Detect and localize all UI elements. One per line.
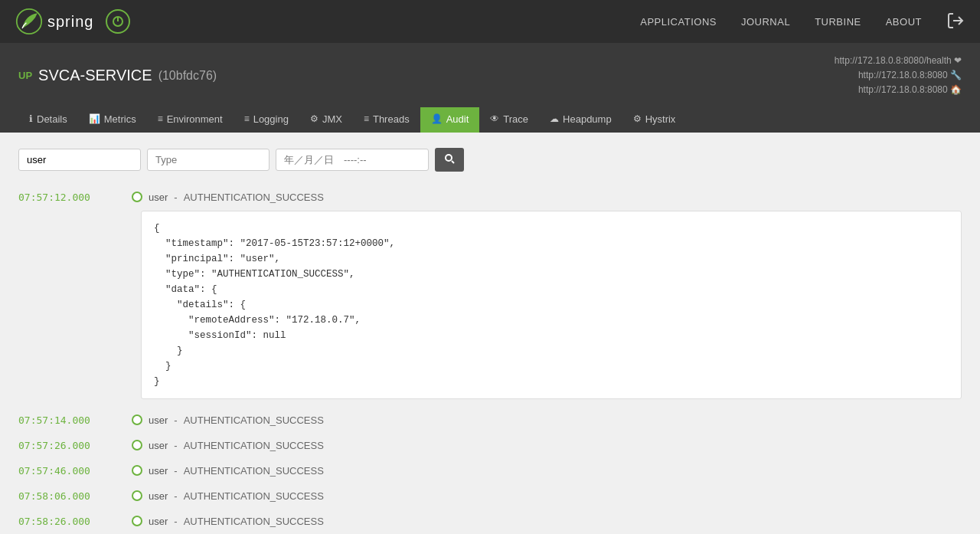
- power-svg: [111, 15, 125, 28]
- nav-turbine[interactable]: TURBINE: [815, 16, 861, 28]
- svg-point-4: [446, 155, 452, 161]
- entry-timestamp: 07:57:14.000: [18, 414, 126, 426]
- type-filter-input[interactable]: [147, 149, 270, 171]
- health-icon: ❤: [954, 55, 962, 66]
- search-button[interactable]: [435, 148, 464, 172]
- entry-principal: user: [149, 414, 168, 426]
- entry-separator: -: [174, 516, 177, 527]
- entry-dot: [132, 192, 142, 202]
- entry-dot: [132, 490, 142, 501]
- entry-dot: [132, 465, 142, 476]
- entry-type: AUTHENTICATION_SUCCESS: [184, 414, 324, 426]
- entry-type: AUTHENTICATION_SUCCESS: [184, 490, 324, 502]
- audit-entries-list: 07:57:12.000 user - AUTHENTICATION_SUCCE…: [18, 187, 962, 534]
- audit-entry: 07:58:26.000 user - AUTHENTICATION_SUCCE…: [18, 511, 962, 532]
- entry-timestamp: 07:57:12.000: [18, 192, 126, 203]
- entry-principal: user: [149, 516, 168, 527]
- tab-bar: ℹDetails 📊Metrics ≡Environment ≡Logging …: [18, 107, 962, 133]
- log-icon: ≡: [244, 113, 250, 124]
- info-icon: ℹ: [29, 113, 33, 124]
- jmx-icon: ⚙: [310, 113, 318, 124]
- entry-dot: [132, 516, 142, 526]
- entry-separator: -: [174, 440, 177, 451]
- json-detail: { "timestamp": "2017-05-15T23:57:12+0000…: [141, 211, 962, 399]
- trace-icon: 👁: [490, 113, 499, 124]
- tab-audit[interactable]: 👤Audit: [420, 107, 480, 133]
- tab-metrics[interactable]: 📊Metrics: [78, 107, 147, 133]
- health-link[interactable]: http://172.18.0.8:8080/health ❤: [835, 54, 962, 68]
- filter-bar: [18, 148, 554, 172]
- nav-links: APPLICATIONS JOURNAL TURBINE ABOUT: [640, 11, 965, 32]
- svg-line-5: [452, 161, 454, 163]
- status-badge: UP: [18, 70, 32, 81]
- power-icon: [106, 9, 130, 34]
- home-link[interactable]: http://172.18.0.8:8080 🏠: [835, 83, 962, 97]
- entry-timestamp: 07:57:26.000: [18, 440, 126, 451]
- service-header: UP SVCA-SERVICE (10bfdc76) http://172.18…: [0, 43, 980, 133]
- entry-timestamp: 07:57:46.000: [18, 465, 126, 477]
- entry-principal: user: [149, 465, 168, 477]
- entry-timestamp: 07:58:26.000: [18, 516, 126, 527]
- entry-dot: [132, 440, 142, 450]
- audit-entry: 07:58:06.000 user - AUTHENTICATION_SUCCE…: [18, 486, 962, 506]
- tab-heapdump[interactable]: ☁Heapdump: [539, 107, 622, 133]
- top-navigation: spring APPLICATIONS JOURNAL TURBINE ABOU…: [0, 0, 980, 43]
- audit-icon: 👤: [431, 113, 443, 124]
- audit-entry: 07:57:12.000 user - AUTHENTICATION_SUCCE…: [18, 187, 962, 405]
- entry-separator: -: [174, 465, 177, 477]
- entry-principal: user: [149, 440, 168, 451]
- home-icon: 🏠: [950, 84, 962, 95]
- hystrix-icon: ⚙: [633, 113, 642, 124]
- audit-entry: 07:57:26.000 user - AUTHENTICATION_SUCCE…: [18, 435, 962, 456]
- env-icon: ≡: [158, 113, 163, 124]
- principal-filter-input[interactable]: [18, 149, 141, 171]
- entry-separator: -: [174, 414, 177, 426]
- actuator-link[interactable]: http://172.18.0.8:8080 🔧: [835, 68, 962, 83]
- audit-entry: 07:57:14.000 user - AUTHENTICATION_SUCCE…: [18, 410, 962, 431]
- audit-entry-header[interactable]: 07:57:26.000 user - AUTHENTICATION_SUCCE…: [18, 435, 962, 456]
- audit-entry-header[interactable]: 07:57:12.000 user - AUTHENTICATION_SUCCE…: [18, 187, 962, 208]
- service-links: http://172.18.0.8:8080/health ❤ http://1…: [835, 54, 962, 98]
- entry-type: AUTHENTICATION_SUCCESS: [184, 192, 324, 203]
- tab-environment[interactable]: ≡Environment: [147, 107, 234, 133]
- tab-threads[interactable]: ≡Threads: [353, 107, 420, 133]
- entry-principal: user: [149, 192, 168, 203]
- audit-entry-header[interactable]: 07:57:14.000 user - AUTHENTICATION_SUCCE…: [18, 410, 962, 431]
- date-filter-input[interactable]: [276, 149, 429, 171]
- entry-separator: -: [174, 490, 177, 502]
- nav-about[interactable]: ABOUT: [886, 16, 922, 28]
- entry-principal: user: [149, 490, 168, 502]
- signout-icon[interactable]: [946, 11, 965, 32]
- audit-entry-header[interactable]: 07:58:26.000 user - AUTHENTICATION_SUCCE…: [18, 511, 962, 532]
- service-name: SVCA-SERVICE: [38, 67, 152, 84]
- search-icon: [444, 153, 455, 164]
- entry-type: AUTHENTICATION_SUCCESS: [184, 516, 324, 527]
- heap-icon: ☁: [550, 113, 559, 124]
- entry-dot: [132, 414, 142, 425]
- spring-leaf-icon: [15, 8, 43, 35]
- chart-icon: 📊: [89, 113, 100, 124]
- entry-separator: -: [174, 192, 177, 203]
- spring-logo-text: spring: [47, 13, 93, 31]
- entry-type: AUTHENTICATION_SUCCESS: [184, 440, 324, 451]
- service-instance-id: (10bfdc76): [158, 69, 217, 83]
- service-title: UP SVCA-SERVICE (10bfdc76): [18, 67, 217, 84]
- wrench-icon: 🔧: [950, 70, 962, 80]
- nav-left: spring: [15, 8, 130, 35]
- audit-entry-header[interactable]: 07:57:46.000 user - AUTHENTICATION_SUCCE…: [18, 460, 962, 481]
- nav-journal[interactable]: JOURNAL: [741, 16, 790, 28]
- audit-entry: 07:57:46.000 user - AUTHENTICATION_SUCCE…: [18, 460, 962, 481]
- tab-jmx[interactable]: ⚙JMX: [299, 107, 353, 133]
- entry-timestamp: 07:58:06.000: [18, 490, 126, 502]
- main-content: 07:57:12.000 user - AUTHENTICATION_SUCCE…: [0, 133, 980, 534]
- tab-logging[interactable]: ≡Logging: [234, 107, 299, 133]
- audit-entry-header[interactable]: 07:58:06.000 user - AUTHENTICATION_SUCCE…: [18, 486, 962, 506]
- tab-details[interactable]: ℹDetails: [18, 107, 78, 133]
- service-title-row: UP SVCA-SERVICE (10bfdc76) http://172.18…: [18, 54, 962, 98]
- threads-icon: ≡: [364, 113, 369, 124]
- nav-applications[interactable]: APPLICATIONS: [640, 16, 717, 28]
- tab-trace[interactable]: 👁Trace: [479, 107, 539, 133]
- tab-hystrix[interactable]: ⚙Hystrix: [622, 107, 687, 133]
- spring-logo: spring: [15, 8, 93, 35]
- entry-type: AUTHENTICATION_SUCCESS: [184, 465, 324, 477]
